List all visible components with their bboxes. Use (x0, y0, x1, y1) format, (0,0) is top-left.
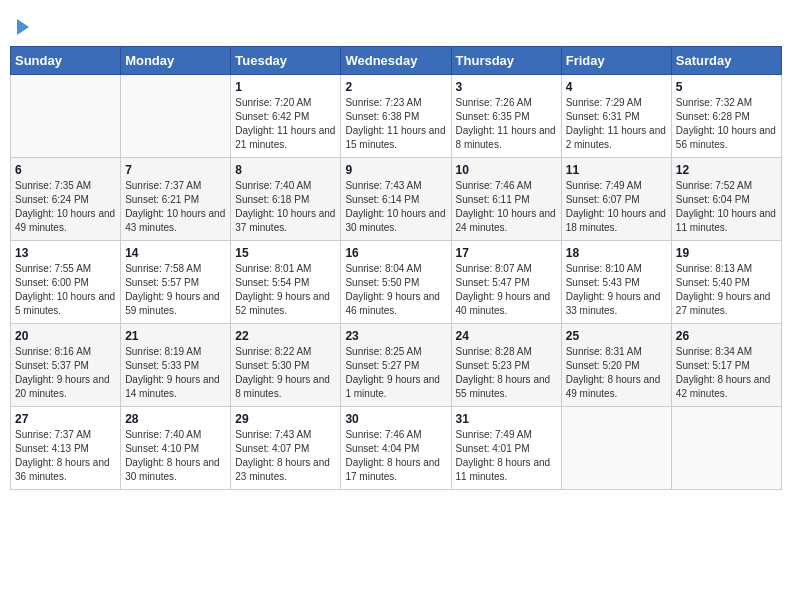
day-number: 3 (456, 80, 557, 94)
day-info: Sunrise: 7:49 AMSunset: 4:01 PMDaylight:… (456, 429, 551, 482)
calendar-cell (121, 75, 231, 158)
calendar-cell: 5 Sunrise: 7:32 AMSunset: 6:28 PMDayligh… (671, 75, 781, 158)
day-info: Sunrise: 8:01 AMSunset: 5:54 PMDaylight:… (235, 263, 330, 316)
weekday-header-thursday: Thursday (451, 47, 561, 75)
day-info: Sunrise: 7:43 AMSunset: 4:07 PMDaylight:… (235, 429, 330, 482)
calendar-cell: 16 Sunrise: 8:04 AMSunset: 5:50 PMDaylig… (341, 241, 451, 324)
weekday-header-wednesday: Wednesday (341, 47, 451, 75)
day-info: Sunrise: 7:46 AMSunset: 4:04 PMDaylight:… (345, 429, 440, 482)
day-number: 30 (345, 412, 446, 426)
day-number: 12 (676, 163, 777, 177)
calendar-cell: 10 Sunrise: 7:46 AMSunset: 6:11 PMDaylig… (451, 158, 561, 241)
day-info: Sunrise: 8:10 AMSunset: 5:43 PMDaylight:… (566, 263, 661, 316)
day-info: Sunrise: 8:34 AMSunset: 5:17 PMDaylight:… (676, 346, 771, 399)
day-info: Sunrise: 7:40 AMSunset: 6:18 PMDaylight:… (235, 180, 335, 233)
day-info: Sunrise: 7:26 AMSunset: 6:35 PMDaylight:… (456, 97, 556, 150)
calendar-week-5: 27 Sunrise: 7:37 AMSunset: 4:13 PMDaylig… (11, 407, 782, 490)
day-info: Sunrise: 8:25 AMSunset: 5:27 PMDaylight:… (345, 346, 440, 399)
calendar-cell: 17 Sunrise: 8:07 AMSunset: 5:47 PMDaylig… (451, 241, 561, 324)
day-info: Sunrise: 7:40 AMSunset: 4:10 PMDaylight:… (125, 429, 220, 482)
calendar-cell: 2 Sunrise: 7:23 AMSunset: 6:38 PMDayligh… (341, 75, 451, 158)
day-info: Sunrise: 8:19 AMSunset: 5:33 PMDaylight:… (125, 346, 220, 399)
calendar-cell: 12 Sunrise: 7:52 AMSunset: 6:04 PMDaylig… (671, 158, 781, 241)
calendar-cell: 8 Sunrise: 7:40 AMSunset: 6:18 PMDayligh… (231, 158, 341, 241)
day-number: 16 (345, 246, 446, 260)
calendar-week-1: 1 Sunrise: 7:20 AMSunset: 6:42 PMDayligh… (11, 75, 782, 158)
calendar-cell: 6 Sunrise: 7:35 AMSunset: 6:24 PMDayligh… (11, 158, 121, 241)
day-number: 13 (15, 246, 116, 260)
calendar-cell: 19 Sunrise: 8:13 AMSunset: 5:40 PMDaylig… (671, 241, 781, 324)
day-number: 18 (566, 246, 667, 260)
calendar-cell (561, 407, 671, 490)
calendar-cell: 4 Sunrise: 7:29 AMSunset: 6:31 PMDayligh… (561, 75, 671, 158)
calendar-cell: 14 Sunrise: 7:58 AMSunset: 5:57 PMDaylig… (121, 241, 231, 324)
day-number: 7 (125, 163, 226, 177)
day-number: 10 (456, 163, 557, 177)
day-number: 5 (676, 80, 777, 94)
day-number: 17 (456, 246, 557, 260)
calendar-cell (671, 407, 781, 490)
day-number: 25 (566, 329, 667, 343)
logo-arrow-icon (17, 19, 29, 35)
day-info: Sunrise: 8:22 AMSunset: 5:30 PMDaylight:… (235, 346, 330, 399)
calendar-cell: 22 Sunrise: 8:22 AMSunset: 5:30 PMDaylig… (231, 324, 341, 407)
calendar-cell: 24 Sunrise: 8:28 AMSunset: 5:23 PMDaylig… (451, 324, 561, 407)
calendar-cell: 9 Sunrise: 7:43 AMSunset: 6:14 PMDayligh… (341, 158, 451, 241)
calendar-week-2: 6 Sunrise: 7:35 AMSunset: 6:24 PMDayligh… (11, 158, 782, 241)
day-number: 22 (235, 329, 336, 343)
day-number: 20 (15, 329, 116, 343)
day-number: 31 (456, 412, 557, 426)
day-info: Sunrise: 7:49 AMSunset: 6:07 PMDaylight:… (566, 180, 666, 233)
day-number: 9 (345, 163, 446, 177)
calendar-cell: 23 Sunrise: 8:25 AMSunset: 5:27 PMDaylig… (341, 324, 451, 407)
day-number: 21 (125, 329, 226, 343)
logo-text (14, 14, 29, 38)
day-info: Sunrise: 7:37 AMSunset: 6:21 PMDaylight:… (125, 180, 225, 233)
day-number: 24 (456, 329, 557, 343)
calendar-cell: 1 Sunrise: 7:20 AMSunset: 6:42 PMDayligh… (231, 75, 341, 158)
calendar-cell: 27 Sunrise: 7:37 AMSunset: 4:13 PMDaylig… (11, 407, 121, 490)
day-number: 15 (235, 246, 336, 260)
page-header (10, 10, 782, 38)
calendar-cell: 28 Sunrise: 7:40 AMSunset: 4:10 PMDaylig… (121, 407, 231, 490)
day-number: 28 (125, 412, 226, 426)
day-number: 1 (235, 80, 336, 94)
day-info: Sunrise: 7:23 AMSunset: 6:38 PMDaylight:… (345, 97, 445, 150)
day-info: Sunrise: 7:35 AMSunset: 6:24 PMDaylight:… (15, 180, 115, 233)
day-number: 14 (125, 246, 226, 260)
day-info: Sunrise: 7:29 AMSunset: 6:31 PMDaylight:… (566, 97, 666, 150)
calendar-cell: 25 Sunrise: 8:31 AMSunset: 5:20 PMDaylig… (561, 324, 671, 407)
weekday-header-row: SundayMondayTuesdayWednesdayThursdayFrid… (11, 47, 782, 75)
day-info: Sunrise: 7:37 AMSunset: 4:13 PMDaylight:… (15, 429, 110, 482)
calendar-cell: 18 Sunrise: 8:10 AMSunset: 5:43 PMDaylig… (561, 241, 671, 324)
day-info: Sunrise: 8:16 AMSunset: 5:37 PMDaylight:… (15, 346, 110, 399)
day-number: 26 (676, 329, 777, 343)
day-info: Sunrise: 7:52 AMSunset: 6:04 PMDaylight:… (676, 180, 776, 233)
calendar-cell: 29 Sunrise: 7:43 AMSunset: 4:07 PMDaylig… (231, 407, 341, 490)
weekday-header-monday: Monday (121, 47, 231, 75)
day-info: Sunrise: 7:55 AMSunset: 6:00 PMDaylight:… (15, 263, 115, 316)
day-info: Sunrise: 8:07 AMSunset: 5:47 PMDaylight:… (456, 263, 551, 316)
calendar-cell: 13 Sunrise: 7:55 AMSunset: 6:00 PMDaylig… (11, 241, 121, 324)
day-info: Sunrise: 7:32 AMSunset: 6:28 PMDaylight:… (676, 97, 776, 150)
day-info: Sunrise: 7:20 AMSunset: 6:42 PMDaylight:… (235, 97, 335, 150)
calendar-cell: 20 Sunrise: 8:16 AMSunset: 5:37 PMDaylig… (11, 324, 121, 407)
day-number: 27 (15, 412, 116, 426)
calendar-cell: 21 Sunrise: 8:19 AMSunset: 5:33 PMDaylig… (121, 324, 231, 407)
day-number: 2 (345, 80, 446, 94)
calendar-cell: 30 Sunrise: 7:46 AMSunset: 4:04 PMDaylig… (341, 407, 451, 490)
calendar-week-3: 13 Sunrise: 7:55 AMSunset: 6:00 PMDaylig… (11, 241, 782, 324)
day-number: 29 (235, 412, 336, 426)
calendar-cell: 3 Sunrise: 7:26 AMSunset: 6:35 PMDayligh… (451, 75, 561, 158)
day-number: 4 (566, 80, 667, 94)
calendar-cell: 11 Sunrise: 7:49 AMSunset: 6:07 PMDaylig… (561, 158, 671, 241)
weekday-header-sunday: Sunday (11, 47, 121, 75)
weekday-header-tuesday: Tuesday (231, 47, 341, 75)
day-info: Sunrise: 8:04 AMSunset: 5:50 PMDaylight:… (345, 263, 440, 316)
weekday-header-friday: Friday (561, 47, 671, 75)
calendar-week-4: 20 Sunrise: 8:16 AMSunset: 5:37 PMDaylig… (11, 324, 782, 407)
day-number: 11 (566, 163, 667, 177)
calendar-table: SundayMondayTuesdayWednesdayThursdayFrid… (10, 46, 782, 490)
day-info: Sunrise: 8:28 AMSunset: 5:23 PMDaylight:… (456, 346, 551, 399)
calendar-cell: 15 Sunrise: 8:01 AMSunset: 5:54 PMDaylig… (231, 241, 341, 324)
